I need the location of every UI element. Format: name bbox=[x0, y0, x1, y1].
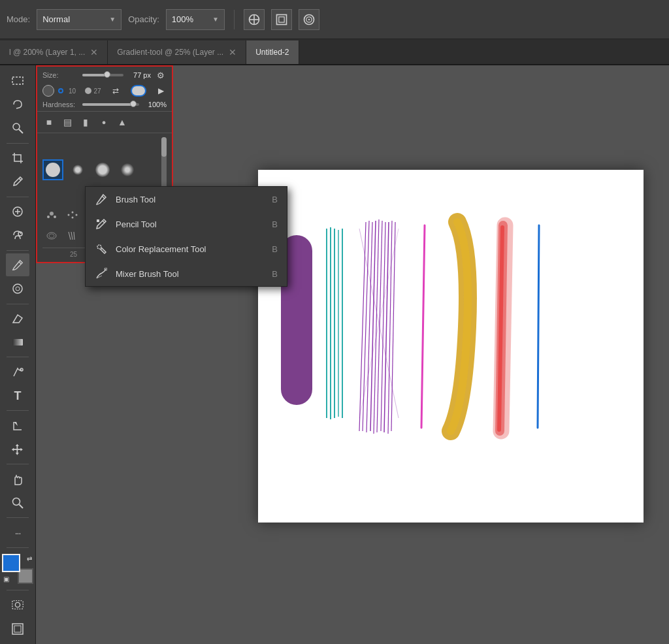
texture-icon[interactable]: ▤ bbox=[59, 114, 75, 130]
brush-preset-4[interactable] bbox=[117, 159, 138, 180]
pen-icon bbox=[11, 366, 24, 379]
brush-preset-3[interactable] bbox=[92, 159, 113, 180]
brush-tool-button[interactable] bbox=[6, 253, 29, 276]
select-icon bbox=[11, 121, 24, 135]
svg-line-45 bbox=[103, 221, 105, 223]
svg-line-43 bbox=[102, 196, 105, 199]
screen-mode-button[interactable] bbox=[6, 617, 29, 640]
svg-line-25 bbox=[20, 505, 24, 509]
svg-rect-29 bbox=[14, 626, 21, 632]
hand-tool-button[interactable] bbox=[6, 468, 29, 491]
lasso-icon bbox=[11, 98, 24, 111]
scatter-icon[interactable]: ■ bbox=[41, 114, 57, 130]
foreground-color-swatch[interactable] bbox=[2, 554, 20, 572]
text-tool-button[interactable]: T bbox=[6, 385, 29, 408]
tab-3-label: Untitled-2 bbox=[255, 48, 289, 57]
swap-colors-icon[interactable]: ⇄ bbox=[27, 555, 32, 562]
svg-point-30 bbox=[47, 216, 50, 218]
mode-value: Normal bbox=[42, 14, 70, 24]
tab-2-label: Gradient-tool @ 25% (Layer ... bbox=[117, 48, 223, 57]
tab-2[interactable]: Gradient-tool @ 25% (Layer ... ✕ bbox=[108, 40, 246, 64]
eraser-tool-button[interactable] bbox=[6, 307, 29, 330]
pen-tool-button[interactable] bbox=[6, 361, 29, 383]
size-value: 77 px bbox=[127, 71, 151, 79]
menu-item-brush[interactable]: Brush Tool B bbox=[86, 187, 287, 212]
tab-3[interactable]: Untitled-2 bbox=[246, 40, 299, 64]
preset-icon-7[interactable] bbox=[63, 227, 82, 245]
more-tools-icon: ··· bbox=[15, 528, 21, 538]
marquee-tool-button[interactable] bbox=[6, 69, 29, 92]
clone-tool-button[interactable] bbox=[6, 224, 29, 247]
reset-colors-icon[interactable]: ▣ bbox=[3, 575, 9, 583]
canvas-button[interactable] bbox=[271, 9, 292, 30]
bottom-num-25: 25 bbox=[70, 251, 77, 258]
preset-icon-6[interactable] bbox=[42, 227, 61, 245]
canvas-container[interactable] bbox=[258, 170, 644, 523]
panel-settings-icon[interactable]: ⚙ bbox=[155, 69, 167, 81]
opacity-dropdown[interactable]: 100% ▼ bbox=[166, 9, 225, 30]
svg-point-17 bbox=[13, 284, 22, 293]
brush-size-circle-med bbox=[85, 88, 91, 94]
flip-x-icon[interactable]: ⇄ bbox=[110, 85, 122, 97]
menu-item-pencil[interactable]: Pencil Tool B bbox=[86, 212, 287, 236]
quick-mask-button[interactable] bbox=[6, 594, 29, 617]
zoom-tool-button[interactable] bbox=[6, 492, 29, 515]
heal-tool-button[interactable] bbox=[6, 200, 29, 223]
gradient-tool-button[interactable] bbox=[6, 331, 29, 354]
lasso-tool-button[interactable] bbox=[6, 93, 29, 116]
svg-line-54 bbox=[363, 221, 369, 431]
mode-dropdown[interactable]: Normal ▼ bbox=[37, 9, 122, 30]
tab-1-label: l @ 200% (Layer 1, ... bbox=[9, 48, 85, 57]
brush-selected-indicator bbox=[58, 88, 63, 93]
svg-marker-22 bbox=[12, 444, 23, 455]
svg-point-36 bbox=[72, 217, 74, 219]
select-tool-button[interactable] bbox=[6, 117, 29, 140]
menu-mixer-icon bbox=[95, 267, 108, 280]
hardness-row: Hardness: 100% bbox=[37, 98, 172, 111]
menu-brush-icon bbox=[95, 193, 108, 206]
tab-1-close-icon[interactable]: ✕ bbox=[90, 48, 98, 57]
size-slider[interactable] bbox=[82, 74, 123, 76]
move-tool-button[interactable] bbox=[6, 438, 29, 461]
history-brush-button[interactable] bbox=[6, 278, 29, 300]
brush-preset-2[interactable] bbox=[67, 159, 88, 180]
brush-preset-selected[interactable] bbox=[42, 159, 63, 180]
dual-brush-icon[interactable]: ▮ bbox=[78, 114, 93, 130]
separator-7 bbox=[7, 464, 29, 464]
preset-icon-2[interactable] bbox=[63, 206, 82, 224]
stroke-red-glow bbox=[499, 225, 505, 431]
path-select-button[interactable] bbox=[6, 414, 29, 437]
more-tools-button[interactable]: ··· bbox=[6, 521, 29, 544]
menu-item-mixer[interactable]: Mixer Brush Tool B bbox=[86, 261, 287, 286]
eraser-icon bbox=[11, 312, 24, 325]
preset-icon-1[interactable] bbox=[42, 206, 61, 224]
brush-strokes-canvas bbox=[258, 170, 644, 523]
color-dynamics-icon[interactable]: ● bbox=[96, 114, 112, 130]
eyedropper-tool-button[interactable] bbox=[6, 170, 29, 193]
stroke-pink-line bbox=[421, 225, 425, 428]
size-row: Size: 77 px ⚙ bbox=[37, 67, 172, 84]
size-numbers-row: 10 27 ⇄ ▶ bbox=[37, 84, 172, 98]
toolbar-separator bbox=[234, 10, 235, 29]
separator-6 bbox=[7, 410, 29, 411]
svg-point-9 bbox=[13, 123, 20, 130]
menu-color-replace-label: Color Replacement Tool bbox=[116, 244, 264, 254]
pencil-menu-icon bbox=[95, 218, 107, 230]
tab-2-close-icon[interactable]: ✕ bbox=[229, 48, 237, 57]
path-select-icon bbox=[11, 419, 24, 432]
svg-point-46 bbox=[97, 245, 101, 249]
separator-2 bbox=[7, 197, 29, 197]
color-swatches[interactable]: ⇄ ▣ bbox=[2, 554, 33, 584]
brush-settings-button[interactable] bbox=[244, 9, 265, 30]
transfer-icon[interactable]: ▲ bbox=[114, 114, 130, 130]
menu-item-color-replace[interactable]: Color Replacement Tool B bbox=[86, 236, 287, 261]
new-preset-icon[interactable]: ▶ bbox=[155, 85, 167, 97]
target-button[interactable] bbox=[299, 9, 319, 30]
svg-point-35 bbox=[76, 214, 78, 216]
tab-1[interactable]: l @ 200% (Layer 1, ... ✕ bbox=[0, 40, 108, 64]
crop-tool-button[interactable] bbox=[6, 147, 29, 170]
menu-brush-label: Brush Tool bbox=[116, 195, 264, 204]
hardness-slider[interactable] bbox=[82, 103, 139, 106]
menu-mixer-label: Mixer Brush Tool bbox=[116, 269, 264, 279]
separator-10 bbox=[7, 590, 29, 590]
